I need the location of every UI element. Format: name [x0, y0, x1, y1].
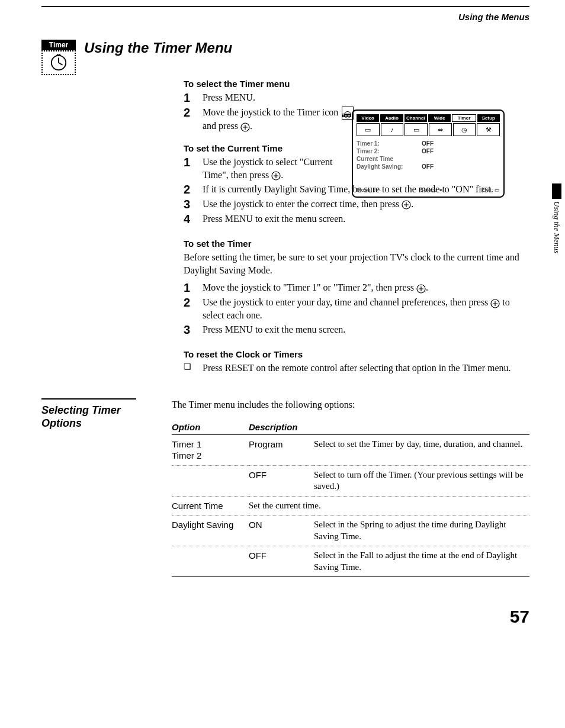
- step: 3 Press MENU to exit the menu screen.: [184, 323, 529, 336]
- osd-tab-audio: Audio: [380, 114, 403, 122]
- step: 2 Use the joystick to enter your day, ti…: [184, 296, 529, 321]
- step-text: Use the joystick to select "Current Time…: [203, 156, 357, 181]
- step-number: 2: [184, 296, 195, 321]
- table-row: Current Time Set the current time.: [172, 496, 529, 516]
- osd-footer-select: Select: ●: [420, 187, 442, 193]
- osd-icon-channel: ▭: [405, 123, 428, 136]
- osd-line-k: Timer 2:: [357, 147, 422, 155]
- step-text: Press MENU to exit the menu screen.: [203, 212, 529, 226]
- timer-menu-icon: Timer: [342, 107, 354, 120]
- osd-tab-wide: Wide: [428, 114, 451, 122]
- osd-tab-timer: Timer: [452, 114, 476, 122]
- step: 3 Use the joystick to enter the correct …: [184, 198, 529, 211]
- step-text: Move the joystick to the Timer icon Time…: [203, 106, 357, 133]
- osd-icon-timer: ◷: [453, 123, 476, 136]
- osd-icon-video: ▭: [357, 123, 380, 136]
- cell-option: [172, 465, 249, 496]
- osd-icon-audio: ♪: [381, 123, 404, 136]
- cell-value: OFF: [249, 546, 314, 577]
- step-text: Press MENU.: [203, 91, 529, 104]
- table-row: OFF Select in the Fall to adjust the tim…: [172, 546, 529, 577]
- step-text: Press MENU to exit the menu screen.: [203, 323, 529, 336]
- cell-value: OFF: [249, 465, 314, 496]
- step-text: Use the joystick to enter the correct ti…: [203, 198, 529, 211]
- bullet-item: ❏ Press RESET on the remote control afte…: [184, 362, 529, 375]
- page-title: Using the Timer Menu: [84, 40, 232, 56]
- osd-footer-move: Move: ↕↔: [357, 187, 381, 193]
- osd-footer-end: End: ▭: [481, 187, 500, 193]
- cell-option: Current Time: [172, 496, 249, 516]
- step-number: 3: [184, 323, 195, 336]
- heading-select-timer: To select the Timer menu: [184, 79, 529, 89]
- osd-icon-setup: ⚒: [477, 123, 500, 136]
- plus-button-icon: [271, 171, 281, 181]
- osd-line-k: Current Time: [357, 155, 422, 163]
- step-number: 2: [184, 183, 195, 196]
- cell-desc: Select in the Fall to adjust the time at…: [314, 546, 529, 577]
- step-number: 3: [184, 198, 195, 211]
- cell-desc: Select to turn off the Timer. (Your prev…: [314, 465, 529, 496]
- step-number: 1: [184, 156, 195, 181]
- step-number: 1: [184, 91, 195, 104]
- plus-button-icon: [402, 200, 411, 210]
- osd-tab-channel: Channel: [405, 114, 427, 122]
- running-header: Using the Menus: [41, 12, 529, 22]
- side-tab-text: Using the Menus: [552, 201, 561, 253]
- plus-button-icon: [490, 299, 500, 308]
- osd-tab-video: Video: [357, 114, 379, 122]
- osd-line-k: Timer 1:: [357, 140, 422, 147]
- step: 4 Press MENU to exit the menu screen.: [184, 212, 529, 226]
- cell-option: [172, 546, 249, 577]
- heading-reset: To reset the Clock or Timers: [184, 349, 529, 359]
- timer-badge-label: Timer: [41, 40, 76, 50]
- osd-line-v: OFF: [422, 140, 434, 147]
- cell-desc: Select to set the Timer by day, time, du…: [314, 434, 529, 465]
- cell-desc: Select in the Spring to adjust the time …: [314, 516, 529, 546]
- cell-desc: Set the current time.: [249, 496, 529, 516]
- step: 1 Press MENU.: [184, 91, 529, 104]
- cell-value: Program: [249, 434, 314, 465]
- plus-button-icon: [416, 284, 426, 294]
- heading-set-timer: To set the Timer: [184, 239, 529, 249]
- cell-option: Daylight Saving: [172, 516, 249, 546]
- step: 1 Move the joystick to "Timer 1" or "Tim…: [184, 281, 529, 294]
- table-row: OFF Select to turn off the Timer. (Your …: [172, 465, 529, 496]
- options-table: Option Description Timer 1 Timer 2 Progr…: [172, 420, 529, 578]
- table-row: Daylight Saving ON Select in the Spring …: [172, 516, 529, 546]
- section-intro: The Timer menu includes the following op…: [172, 398, 529, 411]
- table-row: Timer 1 Timer 2 Program Select to set th…: [172, 434, 529, 465]
- timer-badge: Timer: [41, 40, 76, 75]
- plus-button-icon: [240, 123, 250, 132]
- section-heading: Selecting Timer Options: [41, 404, 160, 430]
- osd-tab-setup: Setup: [477, 114, 500, 122]
- step-number: 2: [184, 106, 195, 133]
- th-description: Description: [249, 420, 529, 435]
- osd-line-v: OFF: [422, 147, 434, 155]
- cell-option: Timer 1 Timer 2: [172, 434, 249, 465]
- osd-line-v: OFF: [422, 163, 434, 170]
- bullet-marker: ❏: [184, 362, 195, 375]
- bullet-text: Press RESET on the remote control after …: [203, 362, 511, 375]
- clock-icon: [41, 50, 76, 75]
- step-number: 4: [184, 212, 195, 226]
- page-number: 57: [41, 607, 529, 627]
- th-option: Option: [172, 420, 249, 435]
- osd-line-k: Daylight Saving:: [357, 163, 422, 170]
- osd-icon-wide: ⇔: [429, 123, 452, 136]
- osd-screenshot: Video Audio Channel Wide Timer Setup ▭ ♪…: [352, 109, 505, 198]
- cell-value: ON: [249, 516, 314, 546]
- step-text: Use the joystick to enter your day, time…: [203, 296, 529, 321]
- timer-intro: Before setting the timer, be sure to set…: [184, 251, 529, 276]
- step-number: 1: [184, 281, 195, 294]
- side-tab: Using the Menus: [552, 183, 561, 260]
- step-text: Move the joystick to "Timer 1" or "Timer…: [203, 281, 529, 294]
